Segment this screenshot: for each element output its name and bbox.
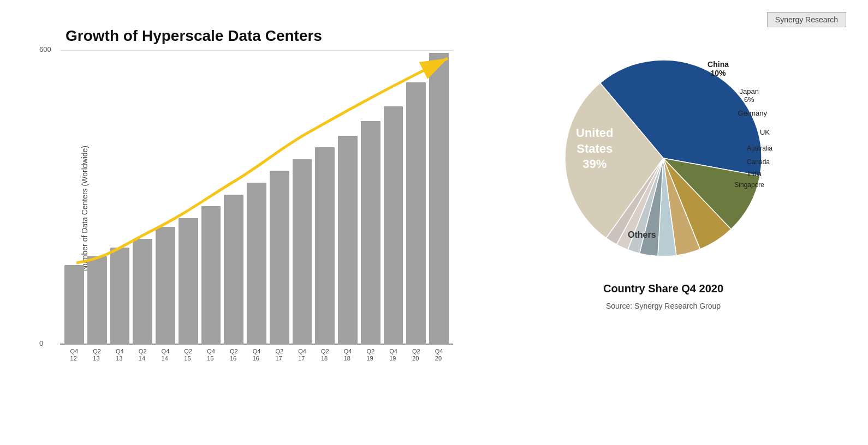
bar-wrapper: [156, 50, 175, 345]
bars-container: [60, 50, 453, 345]
bar: [361, 121, 381, 345]
bar-wrapper: [247, 50, 266, 345]
chart-title: Growth of Hyperscale Data Centers: [66, 27, 464, 45]
bar-wrapper: [315, 50, 335, 345]
gridline-label-600: 600: [39, 45, 51, 53]
brand-badge: Synergy Research: [767, 12, 846, 27]
x-label: Q416: [247, 346, 266, 366]
bar-chart-section: Growth of Hyperscale Data Centers Number…: [16, 11, 464, 436]
gridline-label-0: 0: [39, 339, 43, 347]
x-label: Q417: [293, 346, 312, 366]
bar-wrapper: [338, 50, 358, 345]
bar: [156, 227, 175, 345]
x-label: Q412: [64, 346, 84, 366]
bar: [338, 136, 358, 345]
bar: [201, 206, 221, 345]
bar: [64, 265, 84, 345]
singapore-label: Singapore: [734, 181, 764, 189]
x-label: Q219: [361, 346, 381, 366]
canada-label: Canada: [747, 158, 770, 166]
x-label: Q419: [384, 346, 403, 366]
china-label: China10%: [708, 60, 729, 77]
x-label: Q220: [406, 346, 426, 366]
chart-area: 600 0: [60, 50, 453, 345]
bar: [87, 256, 107, 345]
germany-label: Germany: [738, 109, 767, 117]
bar: [224, 195, 243, 345]
bar-wrapper: [110, 50, 130, 345]
japan-label: Japan6%: [740, 87, 759, 104]
uk-label: UK: [760, 128, 770, 136]
x-label: Q420: [429, 346, 449, 366]
bar: [384, 106, 403, 345]
bar: [406, 82, 426, 345]
x-label: Q215: [179, 346, 198, 366]
pie-source: Source: Synergy Research Group: [606, 302, 721, 310]
bar: [315, 147, 335, 345]
bar: [110, 248, 130, 345]
x-axis-labels: Q412Q213Q413Q214Q414Q215Q415Q216Q416Q217…: [60, 346, 453, 366]
bar-wrapper: [87, 50, 107, 345]
bar-wrapper: [201, 50, 221, 345]
main-container: Synergy Research Growth of Hyperscale Da…: [0, 0, 868, 445]
bar-wrapper: [429, 50, 449, 345]
pie-section: UnitedStates39% China10% Japan6% Germany…: [464, 11, 852, 436]
pie-labels-overlay: UnitedStates39% China10% Japan6% Germany…: [549, 44, 778, 273]
x-label: Q213: [87, 346, 107, 366]
bar: [133, 239, 152, 345]
bar-wrapper: [293, 50, 312, 345]
bar-wrapper: [64, 50, 84, 345]
bar: [247, 183, 266, 345]
bar-wrapper: [384, 50, 403, 345]
x-label: Q414: [156, 346, 175, 366]
x-label: Q413: [110, 346, 130, 366]
bar: [179, 218, 198, 345]
x-label: Q216: [224, 346, 243, 366]
x-label: Q418: [338, 346, 358, 366]
x-label: Q217: [270, 346, 289, 366]
bar-wrapper: [179, 50, 198, 345]
australia-label: Australia: [747, 145, 772, 152]
india-label: India: [747, 170, 762, 178]
bar-wrapper: [224, 50, 243, 345]
bar: [429, 53, 449, 345]
bar-wrapper: [133, 50, 152, 345]
others-label: Others: [628, 230, 656, 240]
x-label: Q218: [315, 346, 335, 366]
x-label: Q214: [133, 346, 152, 366]
bar-wrapper: [361, 50, 381, 345]
bar: [293, 159, 312, 345]
brand-label: Synergy Research: [775, 15, 838, 24]
bar-wrapper: [270, 50, 289, 345]
bar-chart-wrapper: Number of Data Centers (Worldwide) 600 0: [55, 50, 453, 366]
pie-title: Country Share Q4 2020: [603, 282, 723, 295]
us-label: UnitedStates39%: [576, 125, 613, 172]
bar-wrapper: [406, 50, 426, 345]
x-label: Q415: [201, 346, 221, 366]
pie-container: UnitedStates39% China10% Japan6% Germany…: [549, 44, 778, 273]
bar: [270, 171, 289, 345]
